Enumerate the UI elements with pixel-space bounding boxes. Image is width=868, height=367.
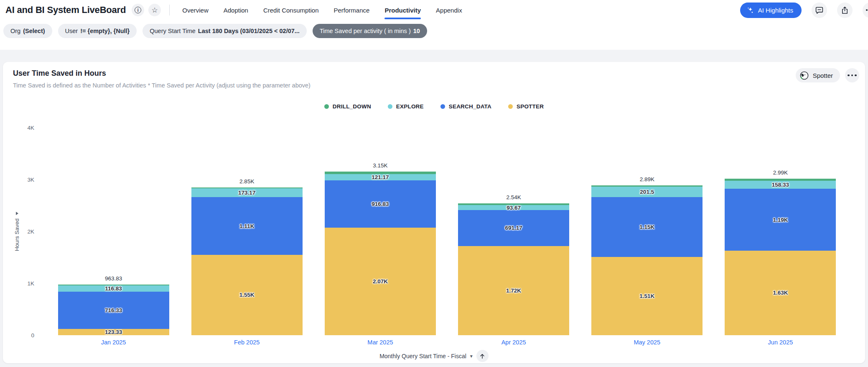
legend-label: SPOTTER (517, 103, 544, 110)
legend-item-explore[interactable]: EXPLORE (388, 103, 424, 110)
card-subtitle: Time Saved is defined as the Number of A… (13, 82, 311, 89)
chip-value: (Select) (23, 28, 45, 34)
bar-segment-label: 1.11K (239, 223, 254, 229)
bar-total-label: 2.99K (773, 169, 788, 176)
top-bar-actions: AI Highlights (740, 3, 861, 18)
bar-segment-search_data[interactable]: 1.15K (591, 197, 703, 257)
bar-segment-label: 116.83 (105, 285, 122, 292)
bar-segment-search_data[interactable]: 716.33 (58, 292, 169, 329)
bar-segment-explore[interactable]: 121.17 (325, 174, 436, 180)
parameter-chip-time-saved[interactable]: Time Saved per activity ( in mins ) 10 (313, 24, 427, 38)
x-axis-label[interactable]: Feb 2025 (180, 339, 313, 346)
chip-label: Time Saved per activity ( in mins ) (320, 28, 411, 34)
info-button[interactable]: i (132, 4, 144, 16)
y-tick: 2K (11, 228, 34, 235)
legend-dot (508, 104, 513, 109)
bar-segment-spotter[interactable]: 1.55K (191, 255, 303, 335)
legend-item-search-data[interactable]: SEARCH_DATA (440, 103, 491, 110)
legend-item-spotter[interactable]: SPOTTER (508, 103, 544, 110)
tab-appendix[interactable]: Appendix (436, 0, 462, 20)
legend-label: DRILL_DOWN (333, 103, 371, 110)
bar-segment-label: 1.63K (773, 290, 788, 296)
x-axis-label[interactable]: Jan 2025 (47, 339, 180, 346)
bar-segment-search_data[interactable]: 1.11K (191, 197, 303, 255)
bar-group: 2.85K173.171.11K1.55K (180, 128, 313, 335)
bar-total-label: 2.85K (239, 178, 254, 185)
tab-credit-consumption[interactable]: Credit Consumption (263, 0, 319, 20)
card-more-button[interactable] (845, 68, 859, 82)
chip-label: User (65, 28, 78, 34)
share-button[interactable] (837, 3, 853, 18)
bar-segment-explore[interactable]: 158.33 (725, 181, 836, 189)
chip-value: != {empty}, {Null} (80, 28, 130, 34)
bar-segment-label: 1.19K (773, 217, 788, 223)
x-axis-label[interactable]: Apr 2025 (447, 339, 580, 346)
bar-segment-label: 93.67 (507, 205, 521, 211)
bar-total-label: 963.83 (105, 275, 122, 282)
top-bar: AI and BI System LiveBoard i ☆ Overview … (0, 0, 868, 20)
bar-segment-explore[interactable]: 93.67 (458, 205, 569, 210)
x-axis-label[interactable]: Mar 2025 (313, 339, 447, 346)
legend-label: SEARCH_DATA (449, 103, 491, 110)
bar-group: 2.99K158.331.19K1.63K (714, 128, 847, 335)
card-title: User Time Saved in Hours (13, 69, 106, 78)
filter-chip-org[interactable]: Org (Select) (3, 24, 52, 38)
ellipsis-icon (866, 9, 868, 11)
bar-stack: 158.331.19K1.63K (725, 179, 836, 335)
bar-group: 2.89K201.51.15K1.51K (580, 128, 714, 335)
bar-segment-spotter[interactable]: 123.33 (58, 329, 169, 335)
bar-segment-label: 716.33 (105, 307, 122, 313)
bar-segment-label: 2.07K (373, 278, 388, 285)
x-axis-control-label[interactable]: Monthly Query Start Time - Fiscal (379, 353, 466, 359)
filter-bar: Org (Select) User != {empty}, {Null} Que… (0, 20, 868, 50)
star-icon: ☆ (152, 7, 158, 14)
info-icon: i (135, 7, 141, 13)
tab-adoption[interactable]: Adoption (224, 0, 248, 20)
bar-segment-label: 916.83 (372, 201, 389, 207)
x-axis-label[interactable]: May 2025 (580, 339, 714, 346)
bar-segment-explore[interactable]: 116.83 (58, 285, 169, 291)
liveboard-tabs: Overview Adoption Credit Consumption Per… (182, 0, 462, 20)
ellipsis-icon (848, 74, 857, 77)
comment-icon (815, 6, 824, 15)
bar-segment-search_data[interactable]: 916.83 (325, 180, 436, 228)
bar-group: 963.83116.83716.33123.33 (47, 128, 180, 335)
tab-performance[interactable]: Performance (334, 0, 370, 20)
x-axis-label[interactable]: Jun 2025 (714, 339, 847, 346)
bar-segment-spotter[interactable]: 1.51K (591, 257, 703, 335)
bar-segment-label: 158.33 (772, 182, 789, 188)
bar-segment-spotter[interactable]: 1.72K (458, 246, 569, 335)
bar-segment-spotter[interactable]: 2.07K (325, 228, 436, 335)
bar-segment-label: 1.55K (239, 292, 255, 298)
page-title: AI and BI System LiveBoard (5, 5, 126, 15)
bar-segment-label: 1.15K (639, 224, 654, 230)
filter-chip-query-start-time[interactable]: Query Start Time Last 180 Days (03/01/20… (143, 24, 307, 38)
bar-segment-explore[interactable]: 201.5 (591, 187, 703, 197)
bar-segment-label: 201.5 (640, 189, 654, 195)
favorite-button[interactable]: ☆ (148, 4, 161, 16)
bar-segment-label: 1.72K (506, 287, 521, 294)
tab-productivity[interactable]: Productivity (384, 0, 421, 20)
spotter-button[interactable]: Spotter (796, 68, 840, 82)
more-options-button[interactable] (863, 3, 868, 18)
bar-segment-spotter[interactable]: 1.63K (725, 251, 836, 335)
bar-segment-search_data[interactable]: 1.19K (725, 189, 836, 251)
sort-ascending-button[interactable] (476, 350, 489, 362)
bar-total-label: 2.89K (640, 176, 654, 182)
comments-button[interactable] (812, 3, 827, 18)
sparkle-icon (746, 6, 754, 14)
filter-chip-user[interactable]: User != {empty}, {Null} (58, 24, 137, 38)
x-axis-control: Monthly Query Start Time - Fiscal ▾ (3, 350, 865, 362)
tab-overview[interactable]: Overview (182, 0, 209, 20)
legend-item-drill-down[interactable]: DRILL_DOWN (324, 103, 371, 110)
chip-label: Org (10, 28, 20, 34)
ai-highlights-button[interactable]: AI Highlights (740, 3, 802, 18)
bar-segment-explore[interactable]: 173.17 (191, 188, 303, 197)
legend-dot (324, 104, 329, 109)
bar-stack: 93.67691.171.72K (458, 203, 569, 335)
bar-group: 3.15K121.17916.832.07K (313, 128, 447, 335)
bar-segment-search_data[interactable]: 691.17 (458, 210, 569, 246)
chevron-down-icon[interactable]: ▾ (470, 353, 473, 359)
legend-label: EXPLORE (396, 103, 424, 110)
x-axis-labels: Jan 2025Feb 2025Mar 2025Apr 2025May 2025… (47, 339, 847, 346)
